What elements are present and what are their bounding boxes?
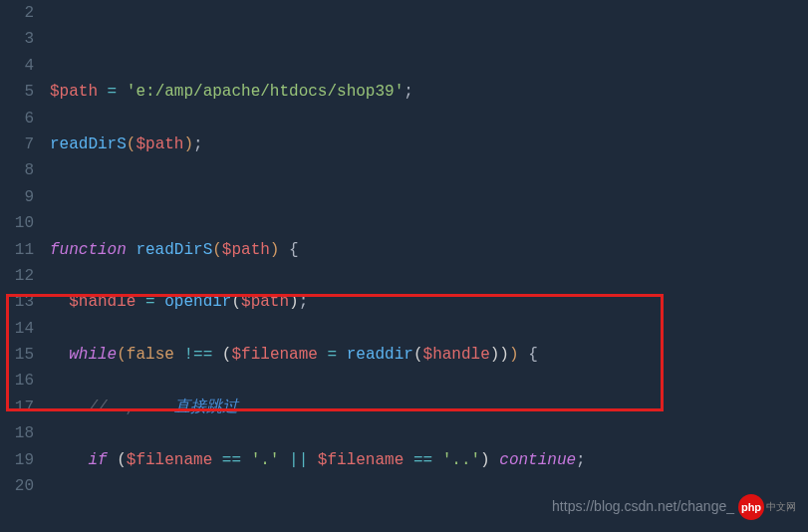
paren: ) [509, 346, 528, 364]
comment: 直接跳过 [174, 399, 238, 416]
paren: ( [413, 346, 423, 364]
paren: ( [127, 135, 136, 153]
function-call: readdir [347, 346, 413, 364]
paren: ( [108, 451, 127, 469]
code-line: // ., .. 直接跳过 [50, 395, 808, 420]
variable: $path [135, 135, 183, 153]
operator: = [318, 346, 347, 364]
code-line: while(false !== ($filename = readdir($ha… [50, 342, 808, 368]
brace: { [289, 241, 299, 259]
semicolon: ; [193, 135, 203, 153]
variable: $handle [69, 293, 135, 311]
semicolon: ; [404, 83, 413, 101]
paren: ) [499, 346, 509, 364]
operator: == [404, 451, 441, 469]
paren: ( [231, 293, 241, 311]
line-number: 12 [4, 263, 34, 289]
semicolon: ; [299, 293, 309, 311]
string-literal: '..' [442, 451, 480, 469]
code-line: function readDirS($path) { [50, 237, 808, 263]
variable: $path [50, 83, 98, 101]
code-line: readDirS($path); [50, 132, 808, 157]
operator: = [135, 293, 164, 311]
code-content[interactable]: $path = 'e:/amp/apache/htdocs/shop39'; r… [42, 0, 808, 532]
code-line: if ($filename == '.' || $filename == '..… [50, 447, 808, 473]
line-number: 8 [4, 157, 34, 183]
code-line [50, 184, 808, 210]
watermark: https://blog.csdn.net/change_ php 中文网 [552, 494, 796, 520]
operator: = [98, 83, 127, 101]
variable: $filename [318, 451, 404, 469]
keyword: continue [499, 451, 576, 469]
line-number: 9 [4, 184, 34, 210]
line-number: 16 [4, 368, 34, 394]
paren: ) [270, 241, 289, 259]
code-line [50, 26, 808, 52]
variable: $path [222, 241, 270, 259]
keyword: function [50, 241, 127, 259]
php-logo-icon: php [738, 494, 764, 520]
line-number: 6 [4, 106, 34, 132]
code-line: $handle = opendir($path); [50, 289, 808, 315]
paren: ) [183, 135, 193, 153]
line-number: 20 [4, 473, 34, 499]
line-number: 14 [4, 316, 34, 342]
line-number: 11 [4, 237, 34, 263]
variable: $handle [423, 346, 490, 364]
operator: == [212, 451, 250, 469]
code-line: $path = 'e:/amp/apache/htdocs/shop39'; [50, 79, 808, 105]
line-number: 19 [4, 447, 34, 473]
brace: { [528, 346, 538, 364]
comment: // ., .. [88, 399, 173, 416]
logo-subtext: 中文网 [766, 499, 796, 516]
function-call: opendir [164, 293, 231, 311]
variable: $filename [127, 451, 212, 469]
paren: ) [490, 346, 500, 364]
line-number: 10 [4, 210, 34, 236]
semicolon: ; [576, 451, 586, 469]
variable: $filename [231, 346, 317, 364]
variable: $path [241, 293, 289, 311]
line-number: 7 [4, 132, 34, 157]
function-name: readDirS [127, 241, 212, 259]
literal: false [127, 346, 174, 364]
keyword: while [69, 346, 117, 364]
code-editor: 2 3 4 5 6 7 8 9 10 11 12 13 14 15 16 17 … [0, 0, 808, 532]
line-number: 15 [4, 342, 34, 368]
line-number: 18 [4, 420, 34, 446]
function-call: readDirS [50, 135, 127, 153]
line-number: 5 [4, 79, 34, 105]
string-literal: 'e:/amp/apache/htdocs/shop39' [127, 83, 404, 101]
paren: ( [212, 241, 222, 259]
operator: || [279, 451, 317, 469]
paren: ( [117, 346, 127, 364]
operator: !== [174, 346, 222, 364]
line-number-gutter: 2 3 4 5 6 7 8 9 10 11 12 13 14 15 16 17 … [0, 0, 42, 532]
line-number: 2 [4, 0, 34, 26]
keyword: if [88, 451, 107, 469]
line-number: 17 [4, 395, 34, 420]
line-number: 4 [4, 53, 34, 79]
line-number: 3 [4, 26, 34, 52]
paren: ) [480, 451, 499, 469]
string-literal: '.' [251, 451, 280, 469]
paren: ) [289, 293, 299, 311]
watermark-url: https://blog.csdn.net/change_ [552, 495, 734, 518]
line-number: 13 [4, 289, 34, 315]
